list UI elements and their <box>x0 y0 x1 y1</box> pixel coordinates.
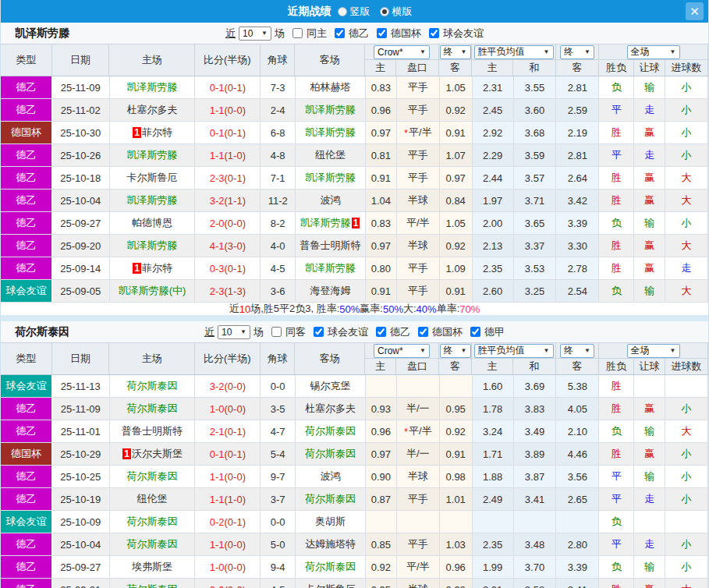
match-date: 25-11-09 <box>52 76 110 98</box>
fulltime-score: 1-1 <box>210 539 225 551</box>
filter-checkbox-同客[interactable] <box>271 327 282 337</box>
filter-checkbox-德国杯[interactable] <box>377 28 387 38</box>
score: 0-1(0-1) <box>195 76 261 98</box>
result-handicap: 输 <box>634 212 665 234</box>
dropdown-value: 终 <box>444 45 453 58</box>
league-badge: 德乙 <box>1 579 52 588</box>
dropdown-header-cell: Crow*▼ <box>365 343 439 359</box>
layout-radio-horizontal[interactable]: 横版 <box>380 5 413 19</box>
final-avg-dropdown[interactable]: 终▼ <box>560 344 594 358</box>
match-date: 25-10-04 <box>52 190 110 211</box>
avg-draw: 3.57 <box>514 167 557 189</box>
home-team: 荷尔斯泰因 <box>110 375 196 397</box>
team-name: 波鸿 <box>321 193 341 207</box>
table-row: 德乙 25-10-26 凯泽斯劳滕 1-1(1-0) 4-8 纽伦堡 0.81 … <box>1 144 708 167</box>
full-match-dropdown[interactable]: 全场▼ <box>627 45 680 59</box>
home-team: 1菲尔特 <box>110 257 196 279</box>
score: 3-2(1-1) <box>195 190 261 211</box>
header-right: Crow*▼终▼胜平负均值▼终▼全场▼主盘口客主和客胜负让球进球数 <box>365 343 708 374</box>
result-outcome: 平 <box>599 144 634 166</box>
match-date: 25-10-09 <box>52 511 110 533</box>
result-handicap: 赢 <box>634 190 665 211</box>
final-avg-dropdown[interactable]: 终▼ <box>560 45 594 59</box>
filter-checkbox-德乙[interactable] <box>335 28 345 38</box>
halftime-score: (0-1) <box>225 263 246 275</box>
avg-draw: 3.60 <box>514 99 557 121</box>
dropdown-value: 终 <box>444 344 453 357</box>
team-name: 埃弗斯堡 <box>132 560 172 574</box>
home-team: 普鲁士明斯特 <box>110 420 196 442</box>
corner-score: 11-2 <box>261 190 296 211</box>
avg-draw: 3.87 <box>514 466 557 487</box>
filter-checkbox-德乙[interactable] <box>376 327 386 337</box>
home-team: 荷尔斯泰因 <box>110 466 196 487</box>
avg-win: 2.29 <box>473 144 514 166</box>
team-name: 凯泽斯劳滕 <box>127 193 178 207</box>
close-icon[interactable]: ✕ <box>686 2 704 20</box>
handicap: *平/半 <box>397 122 440 143</box>
games-count-dropdown[interactable]: 10▼ <box>218 325 250 339</box>
result-handicap: 走 <box>634 99 665 121</box>
dropdown-value: 胜平负均值 <box>478 45 525 58</box>
team-name: 沃尔夫斯堡 <box>132 447 183 461</box>
handicap: 平手 <box>397 257 440 279</box>
crow-dropdown[interactable]: Crow*▼ <box>374 45 430 59</box>
result-goals: 大 <box>665 190 708 211</box>
table-row: 德乙 25-10-19 纽伦堡 1-1(1-0) 3-7 荷尔斯泰因 0.87 … <box>1 488 708 511</box>
chevron-down-icon: ▼ <box>584 48 590 55</box>
team-name: 杜塞尔多夫 <box>127 103 178 117</box>
odds-home: 0.97 <box>366 235 397 257</box>
full-match-dropdown[interactable]: 全场▼ <box>627 344 680 358</box>
result-outcome: 胜 <box>599 579 634 588</box>
corner-score: 5-0 <box>261 533 296 555</box>
handicap-text: 半/一 <box>406 447 430 461</box>
avg-win <box>473 511 514 533</box>
team-name: 凯泽斯劳滕 <box>127 239 178 253</box>
summary-segment: 50% <box>339 303 360 315</box>
avg-draw: 3.83 <box>514 398 557 420</box>
near-link[interactable]: 近 <box>225 27 236 41</box>
dropdown-value: 全场 <box>631 45 650 58</box>
avg-lose: 3.56 <box>556 466 599 487</box>
score: 2-0(0-0) <box>195 212 261 234</box>
table-row: 球会友谊 25-10-09 荷尔斯泰因 0-2(0-1) 0-0 奥胡斯 负 <box>1 511 708 533</box>
result-outcome: 胜 <box>599 167 634 189</box>
avg-draw: 3.49 <box>514 420 557 442</box>
layout-radio-vertical[interactable]: 竖版 <box>338 5 370 19</box>
avg-lose: 2.80 <box>556 533 599 555</box>
final-odds-dropdown[interactable]: 终▼ <box>440 45 471 59</box>
result-goals: 小 <box>665 533 708 555</box>
away-team: 波鸿 <box>296 466 366 487</box>
result-goals <box>665 375 708 397</box>
avg-dropdown[interactable]: 胜平负均值▼ <box>474 344 554 358</box>
final-odds-dropdown[interactable]: 终▼ <box>440 344 471 358</box>
avg-dropdown[interactable]: 胜平负均值▼ <box>474 45 554 59</box>
result-handicap: 赢 <box>634 122 665 143</box>
filter-checkbox-label: 德国杯 <box>432 325 463 339</box>
column-header-2: 主场 <box>109 44 195 76</box>
odds-home: 0.93 <box>366 398 397 420</box>
odds-away: 0.98 <box>440 466 473 487</box>
dropdown-value: Crow* <box>378 47 403 58</box>
table-row: 德乙 25-11-09 凯泽斯劳滕 0-1(0-1) 7-3 柏林赫塔 0.83… <box>1 76 708 99</box>
filter-checkbox-德国杯[interactable] <box>418 327 428 337</box>
handicap: 平手 <box>397 76 440 98</box>
team-name: 柏林赫塔 <box>310 80 351 94</box>
filter-checkbox-同主[interactable] <box>292 28 303 38</box>
league-badge: 德乙 <box>1 488 52 510</box>
radio-icon[interactable] <box>338 7 347 16</box>
filter-checkbox-球会友谊[interactable] <box>429 28 439 38</box>
halftime-score: (0-0) <box>225 539 246 551</box>
result-goals: 小 <box>665 398 708 420</box>
games-count-dropdown[interactable]: 10▼ <box>239 27 271 41</box>
radio-icon[interactable] <box>380 7 389 16</box>
filter-checkbox-德甲[interactable] <box>470 327 480 337</box>
score: 2-3(1-3) <box>195 280 261 302</box>
team-name: 荷尔斯泰因 <box>305 492 356 506</box>
filter-checkbox-球会友谊[interactable] <box>314 327 324 337</box>
near-link[interactable]: 近 <box>204 325 214 339</box>
away-team: 荷尔斯泰因 <box>296 488 366 510</box>
table-row: 德乙 25-09-14 1菲尔特 0-3(0-1) 4-5 凯泽斯劳滕 0.80… <box>1 257 708 280</box>
odds-home: 0.92 <box>366 556 397 578</box>
crow-dropdown[interactable]: Crow*▼ <box>374 344 430 358</box>
